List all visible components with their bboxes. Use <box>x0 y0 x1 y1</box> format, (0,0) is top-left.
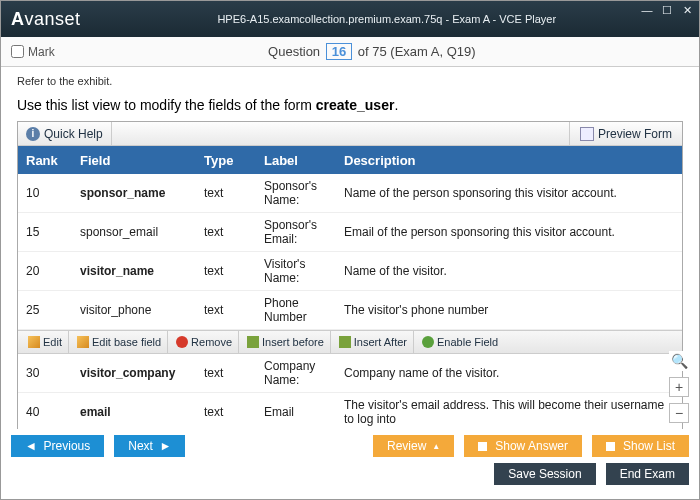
cell-desc: The visitor's phone number <box>344 303 682 317</box>
cell-desc: Email of the person sponsoring this visi… <box>344 225 682 239</box>
title-bar: AAvansetvanset HPE6-A15.examcollection.p… <box>1 1 699 37</box>
exhibit-reference: Refer to the exhibit. <box>17 75 683 87</box>
square-icon <box>606 442 615 451</box>
previous-button[interactable]: ◄ Previous <box>11 435 104 457</box>
cell-type: text <box>204 405 264 419</box>
enable-field-button[interactable]: Enable Field <box>416 331 504 353</box>
cell-desc: The visitor's email address. This will b… <box>344 398 682 426</box>
question-number: 16 <box>326 43 352 60</box>
col-header-rank: Rank <box>18 153 80 168</box>
app-logo: AAvansetvanset <box>7 9 81 30</box>
cell-type: text <box>204 264 264 278</box>
show-answer-button[interactable]: Show Answer <box>464 435 582 457</box>
cell-field: visitor_name <box>80 264 204 278</box>
mark-label: Mark <box>28 45 55 59</box>
cell-rank: 40 <box>18 405 80 419</box>
info-icon: i <box>26 127 40 141</box>
square-icon <box>478 442 487 451</box>
mark-checkbox-label[interactable]: Mark <box>11 45 55 59</box>
cell-type: text <box>204 366 264 380</box>
cell-type: text <box>204 186 264 200</box>
review-button[interactable]: Review▲ <box>373 435 454 457</box>
zoom-in-button[interactable]: + <box>669 377 689 397</box>
cell-rank: 20 <box>18 264 80 278</box>
end-exam-button[interactable]: End Exam <box>606 463 689 485</box>
question-indicator: Question 16 of 75 (Exam A, Q19) <box>55 43 689 60</box>
col-header-field: Field <box>80 153 204 168</box>
window-title: HPE6-A15.examcollection.premium.exam.75q… <box>81 13 693 25</box>
app-window: AAvansetvanset HPE6-A15.examcollection.p… <box>0 0 700 500</box>
cell-type: text <box>204 225 264 239</box>
table-row[interactable]: 20visitor_nametextVisitor's Name:Name of… <box>18 252 682 291</box>
cell-label: Email <box>264 405 344 419</box>
footer-bar: ◄ Previous Next ► Review▲ Show Answer Sh… <box>1 429 699 499</box>
cell-rank: 30 <box>18 366 80 380</box>
cell-rank: 10 <box>18 186 80 200</box>
preview-form-link[interactable]: Preview Form <box>569 122 682 145</box>
cell-field: sponsor_email <box>80 225 204 239</box>
close-icon[interactable]: ✕ <box>679 3 695 17</box>
cell-desc: Name of the visitor. <box>344 264 682 278</box>
content-area: Refer to the exhibit. Use this list view… <box>1 67 699 429</box>
col-header-desc: Description <box>344 153 682 168</box>
cell-rank: 15 <box>18 225 80 239</box>
cell-rank: 25 <box>18 303 80 317</box>
cell-label: Sponsor's Email: <box>264 218 344 246</box>
zoom-controls: 🔍 + − <box>669 351 689 423</box>
col-header-label: Label <box>264 153 344 168</box>
table-row[interactable]: 10sponsor_nametextSponsor's Name:Name of… <box>18 174 682 213</box>
cell-desc: Company name of the visitor. <box>344 366 682 380</box>
cell-label: Visitor's Name: <box>264 257 344 285</box>
insert-before-button[interactable]: Insert before <box>241 331 331 353</box>
remove-icon <box>176 336 188 348</box>
cell-field: email <box>80 405 204 419</box>
form-fields-panel: i Quick Help Preview Form Rank Field Typ… <box>17 121 683 429</box>
table-row[interactable]: 25visitor_phonetextPhone NumberThe visit… <box>18 291 682 330</box>
cell-field: visitor_phone <box>80 303 204 317</box>
check-icon <box>422 336 434 348</box>
cell-label: Sponsor's Name: <box>264 179 344 207</box>
mark-checkbox[interactable] <box>11 45 24 58</box>
minimize-icon[interactable]: — <box>639 3 655 17</box>
cell-field: visitor_company <box>80 366 204 380</box>
save-session-button[interactable]: Save Session <box>494 463 595 485</box>
cell-desc: Name of the person sponsoring this visit… <box>344 186 682 200</box>
table-row[interactable]: 30visitor_companytextCompany Name:Compan… <box>18 354 682 393</box>
zoom-out-button[interactable]: − <box>669 403 689 423</box>
insert-icon <box>339 336 351 348</box>
instruction-text: Use this list view to modify the fields … <box>17 97 683 113</box>
insert-icon <box>247 336 259 348</box>
pencil-icon <box>77 336 89 348</box>
edit-button[interactable]: Edit <box>22 331 69 353</box>
next-button[interactable]: Next ► <box>114 435 185 457</box>
remove-button[interactable]: Remove <box>170 331 239 353</box>
magnifier-icon[interactable]: 🔍 <box>669 351 689 371</box>
panel-toolbar: i Quick Help Preview Form <box>18 122 682 146</box>
cell-label: Phone Number <box>264 296 344 324</box>
cell-field: sponsor_name <box>80 186 204 200</box>
table-row[interactable]: 40emailtextEmailThe visitor's email addr… <box>18 393 682 429</box>
form-icon <box>580 127 594 141</box>
quick-help-link[interactable]: i Quick Help <box>18 122 112 145</box>
table-header: Rank Field Type Label Description <box>18 146 682 174</box>
col-header-type: Type <box>204 153 264 168</box>
cell-type: text <box>204 303 264 317</box>
maximize-icon[interactable]: ☐ <box>659 3 675 17</box>
edit-base-field-button[interactable]: Edit base field <box>71 331 168 353</box>
show-list-button[interactable]: Show List <box>592 435 689 457</box>
cell-label: Company Name: <box>264 359 344 387</box>
row-action-bar: Edit Edit base field Remove Insert befor… <box>18 330 682 354</box>
pencil-icon <box>28 336 40 348</box>
insert-after-button[interactable]: Insert After <box>333 331 414 353</box>
question-bar: Mark Question 16 of 75 (Exam A, Q19) <box>1 37 699 67</box>
table-row[interactable]: 15sponsor_emailtextSponsor's Email:Email… <box>18 213 682 252</box>
